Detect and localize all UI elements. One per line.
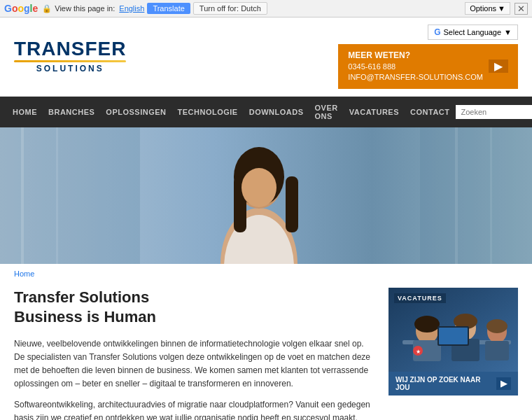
svg-rect-24 xyxy=(485,341,509,360)
svg-point-13 xyxy=(241,168,276,207)
header-right: G Select Language ▼ MEER WETEN? 0345-616… xyxy=(338,24,518,89)
translate-button[interactable]: Translate xyxy=(147,3,190,14)
svg-rect-4 xyxy=(56,127,58,264)
select-language-dropdown-icon: ▼ xyxy=(504,28,512,36)
content-title: Transfer Solutions Business is Human xyxy=(14,288,374,328)
svg-rect-26 xyxy=(439,328,468,344)
vacatures-footer-text: WIJ ZIJN OP ZOEK NAAR JOU xyxy=(396,376,496,391)
site-header: TRANSFER SOLUTIONS G Select Language ▼ M… xyxy=(0,18,532,97)
cta-email: INFO@TRANSFER-SOLUTIONS.COM xyxy=(348,72,483,83)
vacatures-image-label: VACATURES xyxy=(394,293,446,303)
turnoff-button[interactable]: Turn off for: Dutch xyxy=(193,2,267,15)
content-paragraph-1: Nieuwe, veelbelovende ontwikkelingen bin… xyxy=(14,337,374,391)
translate-bar: Google 🔒 View this page in: English Tran… xyxy=(0,0,532,18)
svg-rect-2 xyxy=(420,127,532,264)
options-label: Options xyxy=(470,4,496,13)
nav-item-oplossingen[interactable]: OPLOSSINGEN xyxy=(100,101,172,123)
vacatures-footer-arrow-icon: ▶ xyxy=(496,377,511,390)
cta-phone: 0345-616 888 xyxy=(348,62,483,72)
logo-solutions-text: SOLUTIONS xyxy=(14,64,126,74)
nav-item-downloads[interactable]: DOWNLOADS xyxy=(244,101,309,123)
svg-rect-3 xyxy=(21,127,24,264)
title-line1: Transfer Solutions xyxy=(14,288,149,306)
logo-area: TRANSFER SOLUTIONS xyxy=(14,39,126,74)
nav-item-over-ons[interactable]: OVER ONS xyxy=(309,97,344,127)
nav-item-technologie[interactable]: TECHNOLOGIE xyxy=(172,101,244,123)
cta-meer-label: MEER WETEN? xyxy=(348,50,483,62)
google-logo: Google xyxy=(4,3,38,14)
svg-text:★: ★ xyxy=(416,349,421,355)
nav-item-vacatures[interactable]: VACATURES xyxy=(344,101,405,123)
cta-button[interactable]: MEER WETEN? 0345-616 888 INFO@TRANSFER-S… xyxy=(338,44,518,89)
cta-text: MEER WETEN? 0345-616 888 INFO@TRANSFER-S… xyxy=(348,50,483,83)
svg-rect-5 xyxy=(455,127,458,264)
cta-arrow-icon: ▶ xyxy=(489,59,508,73)
options-dropdown-icon: ▼ xyxy=(498,4,505,13)
svg-point-23 xyxy=(486,319,507,333)
lock-icon: 🔒 xyxy=(42,4,52,13)
site-nav: HOME BRANCHES OPLOSSINGEN TECHNOLOGIE DO… xyxy=(0,97,532,127)
content-paragraph-2: Softwareontwikkeling, architectuuradvies… xyxy=(14,398,374,420)
content-right: VACATURES xyxy=(388,288,518,420)
content-left: Transfer Solutions Business is Human Nie… xyxy=(14,288,374,420)
vacatures-card[interactable]: VACATURES xyxy=(388,288,518,396)
nav-item-home[interactable]: HOME xyxy=(7,101,43,123)
hero-banner xyxy=(0,127,532,264)
svg-rect-6 xyxy=(490,127,492,264)
english-lang-link[interactable]: English xyxy=(119,4,144,13)
select-language-button[interactable]: G Select Language ▼ xyxy=(428,24,518,40)
svg-point-17 xyxy=(414,316,440,332)
vacatures-footer[interactable]: WIJ ZIJN OP ZOEK NAAR JOU ▶ xyxy=(388,372,518,396)
breadcrumb-home-link[interactable]: Home xyxy=(14,270,34,278)
main-container: Transfer Solutions Business is Human Nie… xyxy=(0,281,532,420)
logo-underline xyxy=(14,60,126,62)
title-line2: Business is Human xyxy=(14,308,156,326)
search-input[interactable] xyxy=(456,105,532,119)
close-translate-bar-button[interactable]: ✕ xyxy=(514,3,528,15)
breadcrumb: Home xyxy=(0,264,532,281)
vacatures-image: VACATURES xyxy=(388,288,518,372)
nav-item-branches[interactable]: BRANCHES xyxy=(43,101,100,123)
view-page-text: View this page in: xyxy=(55,4,115,13)
nav-search: 🔍 xyxy=(456,104,532,120)
logo-transfer-text[interactable]: TRANSFER xyxy=(14,39,126,59)
options-button[interactable]: Options ▼ xyxy=(465,2,510,15)
select-language-label: Select Language xyxy=(444,28,502,36)
svg-rect-12 xyxy=(286,176,298,232)
hero-svg xyxy=(0,127,532,264)
google-g-icon: G xyxy=(434,27,440,37)
nav-item-contact[interactable]: CONTACT xyxy=(405,101,455,123)
